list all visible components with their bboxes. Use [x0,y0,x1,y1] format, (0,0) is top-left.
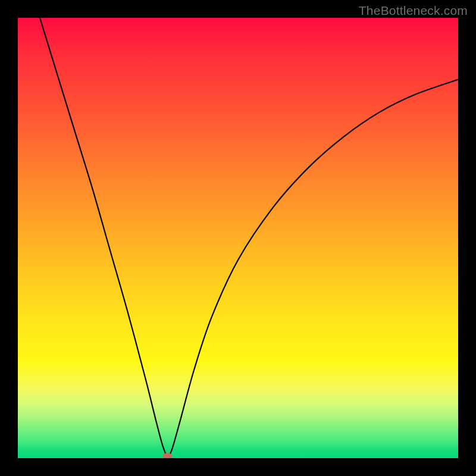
plot-area [18,18,458,458]
curve-svg [18,18,458,458]
watermark-text: TheBottleneck.com [359,4,468,18]
chart-frame: TheBottleneck.com [0,0,476,476]
bottleneck-curve [40,18,458,456]
